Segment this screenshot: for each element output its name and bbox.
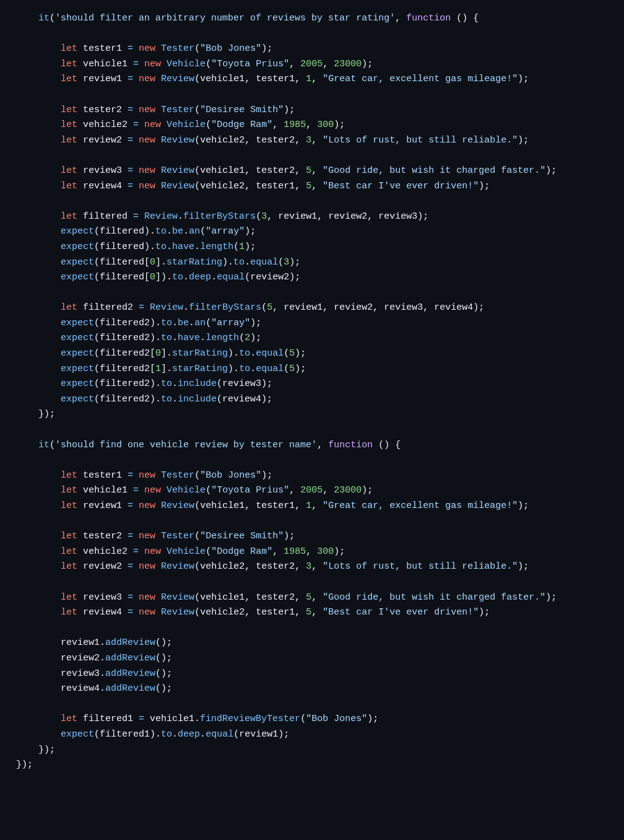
code-line[interactable]: [16, 516, 22, 527]
code-line[interactable]: expect(filtered2).to.be.an("array");: [16, 318, 261, 328]
code-token: vehicle2: [77, 546, 133, 557]
code-token: [16, 485, 61, 496]
code-line[interactable]: review4.addReview();: [16, 683, 172, 694]
code-token: filterByStars: [189, 302, 261, 313]
code-token: );: [245, 226, 256, 237]
code-token: 3: [261, 211, 267, 222]
code-token: be: [172, 226, 183, 237]
code-token: =: [139, 302, 144, 313]
code-token: 23000: [334, 485, 362, 496]
code-line[interactable]: [16, 424, 22, 435]
code-line[interactable]: let tester2 = new Tester("Desiree Smith"…: [16, 105, 295, 115]
code-line[interactable]: let vehicle2 = new Vehicle("Dodge Ram", …: [16, 546, 345, 557]
code-token: "Dodge Ram": [211, 120, 272, 130]
code-line[interactable]: let tester1 = new Tester("Bob Jones");: [16, 43, 272, 54]
code-token: (review4);: [217, 394, 272, 405]
code-token: .: [211, 272, 217, 282]
code-line[interactable]: let review3 = new Review(vehicle1, teste…: [16, 165, 557, 176]
code-token: new: [139, 74, 155, 84]
code-token: .: [178, 211, 183, 222]
code-token: new: [144, 485, 161, 496]
code-line[interactable]: let review1 = new Review(vehicle1, teste…: [16, 74, 529, 84]
code-line[interactable]: let vehicle1 = new Vehicle("Toyota Prius…: [16, 59, 373, 69]
code-line[interactable]: [16, 150, 22, 160]
code-token: have: [178, 333, 200, 343]
code-line[interactable]: let vehicle1 = new Vehicle("Toyota Prius…: [16, 485, 373, 496]
code-token: new: [139, 470, 155, 481]
code-line[interactable]: expect(filtered[0]).to.deep.equal(review…: [16, 272, 300, 282]
code-line[interactable]: expect(filtered[0].starRating).to.equal(…: [16, 257, 300, 268]
code-line[interactable]: [16, 287, 22, 298]
code-token: [16, 165, 61, 176]
code-line[interactable]: it('should filter an arbitrary number of…: [16, 13, 479, 24]
code-token: deep: [189, 272, 211, 282]
code-editor[interactable]: it('should filter an arbitrary number of…: [16, 11, 624, 773]
code-token: equal: [256, 348, 284, 359]
code-line[interactable]: let review3 = new Review(vehicle1, teste…: [16, 592, 557, 603]
code-token: 3: [306, 561, 311, 572]
code-token: "Best car I've ever driven!": [323, 607, 479, 618]
code-token: () {: [451, 13, 479, 24]
code-token: =: [128, 43, 133, 54]
code-token: =: [133, 546, 139, 557]
code-token: new: [139, 561, 155, 572]
code-token: (: [206, 546, 211, 557]
code-token: 5: [267, 302, 272, 313]
code-line[interactable]: [16, 623, 22, 633]
code-line[interactable]: review2.addReview();: [16, 653, 172, 663]
code-token: [16, 226, 61, 237]
code-line[interactable]: [16, 28, 22, 39]
code-line[interactable]: review3.addReview();: [16, 668, 172, 679]
code-line[interactable]: expect(filtered2).to.include(review3);: [16, 378, 272, 389]
code-line[interactable]: });: [16, 745, 55, 755]
code-line[interactable]: expect(filtered).to.be.an("array");: [16, 226, 256, 237]
code-token: Review: [161, 592, 194, 603]
code-line[interactable]: [16, 89, 22, 100]
code-token: new: [139, 43, 155, 54]
code-token: ).: [222, 257, 233, 268]
code-line[interactable]: let review4 = new Review(vehicle2, teste…: [16, 181, 490, 191]
code-line[interactable]: [16, 455, 22, 465]
code-token: Vehicle: [167, 546, 206, 557]
code-line[interactable]: let filtered2 = Review.filterByStars(5, …: [16, 302, 484, 313]
code-line[interactable]: review1.addReview();: [16, 637, 172, 648]
code-line[interactable]: expect(filtered2).to.have.length(2);: [16, 333, 261, 343]
code-line[interactable]: it('should find one vehicle review by te…: [16, 440, 401, 450]
code-line[interactable]: let tester1 = new Tester("Bob Jones");: [16, 470, 272, 481]
code-token: new: [144, 546, 161, 557]
code-token: =: [128, 561, 133, 572]
code-token: [139, 59, 144, 69]
code-token: (: [206, 485, 211, 496]
code-line[interactable]: let tester2 = new Tester("Desiree Smith"…: [16, 531, 295, 541]
code-line[interactable]: let review2 = new Review(vehicle2, teste…: [16, 561, 529, 572]
code-line[interactable]: expect(filtered2[1].starRating).to.equal…: [16, 364, 306, 374]
code-line[interactable]: let filtered1 = vehicle1.findReviewByTes…: [16, 714, 378, 724]
code-line[interactable]: let review1 = new Review(vehicle1, teste…: [16, 501, 529, 511]
code-token: (: [194, 43, 200, 54]
code-line[interactable]: expect(filtered).to.have.length(1);: [16, 242, 256, 252]
code-line[interactable]: });: [16, 409, 55, 419]
code-line[interactable]: let review4 = new Review(vehicle2, teste…: [16, 607, 490, 618]
code-token: be: [178, 318, 189, 328]
code-token: ,: [311, 181, 323, 191]
code-line[interactable]: expect(filtered2[0].starRating).to.equal…: [16, 348, 306, 359]
code-token: "Desiree Smith": [200, 531, 284, 541]
code-line[interactable]: });: [16, 759, 33, 770]
code-line[interactable]: [16, 196, 22, 206]
code-token: to: [161, 333, 172, 343]
code-token: 'should find one vehicle review by teste…: [55, 440, 317, 450]
code-line[interactable]: expect(filtered2).to.include(review4);: [16, 394, 272, 405]
code-line[interactable]: expect(filtered1).to.deep.equal(review1)…: [16, 729, 289, 740]
code-line[interactable]: let review2 = new Review(vehicle2, teste…: [16, 135, 529, 146]
code-token: function: [406, 13, 451, 24]
code-token: [16, 242, 61, 252]
code-line[interactable]: let vehicle2 = new Vehicle("Dodge Ram", …: [16, 120, 345, 130]
code-token: 1: [239, 242, 245, 252]
code-line[interactable]: let filtered = Review.filterByStars(3, r…: [16, 211, 428, 222]
code-token: (vehicle1, tester2,: [194, 165, 306, 176]
code-token: [133, 607, 139, 618]
code-token: (: [194, 470, 200, 481]
code-token: =: [133, 59, 139, 69]
code-line[interactable]: [16, 699, 22, 709]
code-line[interactable]: [16, 577, 22, 587]
